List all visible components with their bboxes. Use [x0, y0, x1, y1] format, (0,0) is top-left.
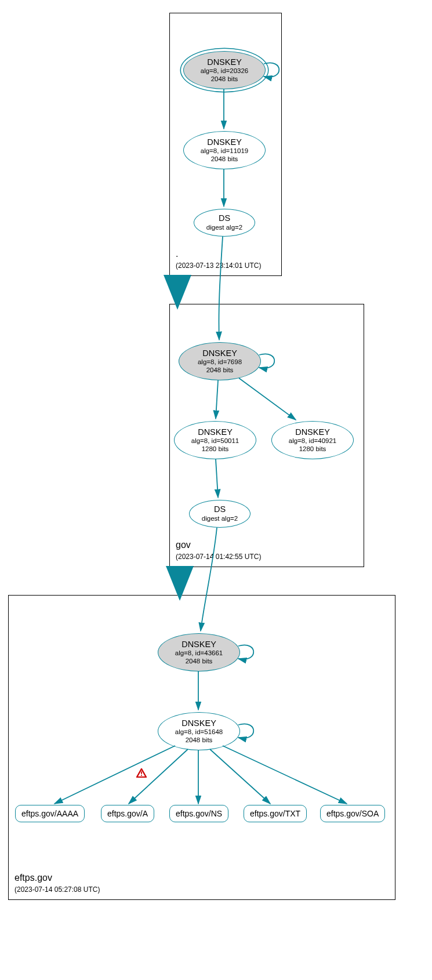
node-rr-a: eftps.gov/A	[101, 805, 154, 822]
node-sub: alg=8, id=43661	[175, 649, 223, 658]
node-gov-zsk1: DNSKEY alg=8, id=50011 1280 bits	[174, 421, 256, 459]
node-sub: alg=8, id=11019	[201, 147, 249, 155]
node-eftps-zsk: DNSKEY alg=8, id=51648 2048 bits	[158, 712, 240, 750]
node-sub: digest alg=2	[202, 515, 238, 523]
node-title: DNSKEY	[207, 57, 242, 67]
node-title: DNSKEY	[295, 427, 330, 437]
node-root-ds: DS digest alg=2	[194, 209, 255, 237]
node-rr-txt: eftps.gov/TXT	[244, 805, 307, 822]
node-sub: 1280 bits	[299, 445, 326, 453]
svg-rect-1	[141, 775, 142, 776]
node-sub: 2048 bits	[211, 75, 238, 84]
rr-label: eftps.gov/AAAA	[21, 809, 78, 818]
node-gov-zsk2: DNSKEY alg=8, id=40921 1280 bits	[271, 421, 354, 459]
node-sub: alg=8, id=7698	[198, 358, 242, 366]
node-rr-soa: eftps.gov/SOA	[320, 805, 385, 822]
rr-label: eftps.gov/NS	[176, 809, 222, 818]
node-gov-ds: DS digest alg=2	[189, 500, 251, 528]
node-sub: alg=8, id=40921	[289, 437, 337, 445]
node-root-ksk: DNSKEY alg=8, id=20326 2048 bits	[183, 51, 266, 89]
zone-eftps-label: eftps.gov	[14, 873, 52, 883]
zone-eftps-timestamp: (2023-07-14 05:27:08 UTC)	[14, 885, 100, 894]
node-rr-aaaa: eftps.gov/AAAA	[15, 805, 85, 822]
node-sub: alg=8, id=50011	[191, 437, 239, 445]
node-sub: 1280 bits	[202, 445, 229, 453]
warning-icon	[136, 768, 147, 778]
node-sub: 2048 bits	[211, 155, 238, 164]
node-title: DNSKEY	[202, 349, 237, 358]
node-title: DS	[214, 504, 226, 514]
node-title: DS	[219, 213, 230, 223]
node-title: DNSKEY	[198, 427, 233, 437]
node-title: DNSKEY	[181, 718, 216, 728]
node-title: DNSKEY	[181, 640, 216, 649]
node-sub: digest alg=2	[206, 224, 242, 232]
node-sub: 2048 bits	[206, 366, 234, 375]
zone-root-timestamp: (2023-07-13 23:14:01 UTC)	[176, 262, 261, 270]
node-sub: 2048 bits	[186, 736, 213, 745]
node-root-zsk: DNSKEY alg=8, id=11019 2048 bits	[183, 131, 266, 169]
node-gov-ksk: DNSKEY alg=8, id=7698 2048 bits	[179, 342, 261, 380]
node-eftps-ksk: DNSKEY alg=8, id=43661 2048 bits	[158, 633, 240, 672]
node-rr-ns: eftps.gov/NS	[169, 805, 228, 822]
rr-label: eftps.gov/TXT	[250, 809, 300, 818]
rr-label: eftps.gov/SOA	[326, 809, 379, 818]
node-title: DNSKEY	[207, 137, 242, 147]
node-sub: 2048 bits	[186, 658, 213, 666]
svg-rect-0	[141, 771, 142, 774]
zone-gov-timestamp: (2023-07-14 01:42:55 UTC)	[176, 553, 261, 561]
node-sub: alg=8, id=51648	[175, 728, 223, 736]
node-sub: alg=8, id=20326	[201, 67, 249, 75]
zone-gov-label: gov	[176, 540, 191, 550]
rr-label: eftps.gov/A	[107, 809, 148, 818]
zone-root-label: .	[176, 249, 178, 259]
